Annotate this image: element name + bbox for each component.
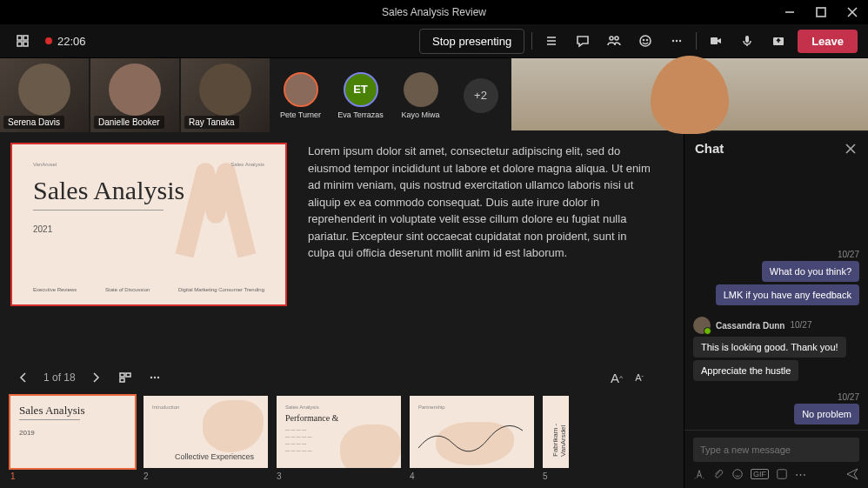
thumbnail-number: 1 bbox=[10, 471, 135, 481]
window-controls bbox=[774, 0, 868, 24]
thumbnail-number: 3 bbox=[277, 471, 401, 481]
svg-rect-4 bbox=[17, 36, 22, 40]
message-bubble: Appreciate the hustle bbox=[693, 360, 798, 381]
emoji-icon[interactable] bbox=[731, 468, 744, 480]
overflow-tile[interactable]: +2 bbox=[451, 58, 510, 132]
leave-button[interactable]: Leave bbox=[798, 30, 858, 53]
svg-rect-23 bbox=[126, 373, 130, 377]
window-title: Sales Analysis Review bbox=[382, 6, 486, 18]
more-compose-icon[interactable]: ⋯ bbox=[795, 468, 806, 481]
svg-point-26 bbox=[154, 377, 156, 378]
avatar-tile[interactable]: Pete Turner bbox=[271, 58, 330, 132]
thumbnail[interactable]: Fabrikam - VanArsdel bbox=[543, 396, 569, 468]
svg-point-15 bbox=[647, 40, 648, 41]
gif-icon[interactable]: GIF bbox=[751, 469, 769, 479]
format-icon[interactable] bbox=[693, 468, 705, 480]
prev-slide-button[interactable] bbox=[14, 368, 33, 387]
presentation-area: VanAruselSales Analysis Sales Analysis 2… bbox=[0, 132, 684, 488]
share-icon[interactable] bbox=[766, 29, 791, 53]
thumbnail-number: 4 bbox=[410, 471, 534, 481]
slide-thumbnails: Sales Analysis 2019 1 Introduction Colle… bbox=[0, 392, 684, 488]
page-indicator: 1 of 18 bbox=[43, 371, 76, 384]
video-tile[interactable]: Ray Tanaka bbox=[181, 58, 270, 132]
people-icon[interactable] bbox=[602, 29, 626, 53]
thumbnail[interactable]: Introduction Collective Experiences bbox=[144, 396, 268, 468]
message-bubble: LMK if you have any feedback bbox=[716, 284, 859, 305]
svg-rect-24 bbox=[120, 378, 124, 382]
stop-presenting-button[interactable]: Stop presenting bbox=[419, 29, 524, 54]
svg-rect-20 bbox=[745, 36, 749, 43]
message-input[interactable] bbox=[693, 438, 859, 462]
message-bubble: What do you think? bbox=[762, 261, 859, 282]
maximize-button[interactable] bbox=[805, 0, 837, 24]
microphone-icon[interactable] bbox=[735, 29, 759, 53]
chat-panel: Chat 10/27 What do you think? LMK if you… bbox=[684, 132, 868, 488]
thumbnail[interactable]: Sales Analysis Performance & — — — —— — … bbox=[277, 396, 401, 468]
thumbnail-title: Performance & bbox=[285, 413, 392, 423]
attach-icon[interactable] bbox=[712, 468, 724, 480]
avatar-tile[interactable]: Kayo Miwa bbox=[391, 58, 450, 132]
svg-point-30 bbox=[733, 470, 743, 479]
grid-view-icon[interactable] bbox=[116, 368, 135, 387]
message-sender: Cassandra Dunn bbox=[716, 321, 785, 331]
message-bubble: This is looking good. Thank you! bbox=[693, 337, 846, 358]
thumbnail[interactable]: Sales Analysis 2019 bbox=[10, 396, 135, 468]
svg-rect-31 bbox=[778, 470, 787, 479]
close-window-button[interactable] bbox=[837, 0, 868, 24]
message-time: 10/27 bbox=[693, 392, 859, 402]
font-decrease-icon[interactable]: Aˇ bbox=[630, 368, 649, 387]
presenter-notes: Lorem ipsum dolor sit amet, consectetur … bbox=[308, 143, 673, 352]
avatar-tile[interactable]: ETEva Terrazas bbox=[331, 58, 390, 132]
participant-name: Ray Tanaka bbox=[184, 116, 239, 129]
slide-footer: Executive ReviewsState of DiscussionDigi… bbox=[33, 287, 264, 292]
slide-controls: 1 of 18 A^ Aˇ bbox=[0, 363, 684, 392]
svg-point-18 bbox=[679, 40, 681, 42]
reactions-icon[interactable] bbox=[633, 29, 658, 53]
thumbnail-subtitle: Collective Experiences bbox=[152, 452, 268, 461]
svg-rect-6 bbox=[17, 42, 22, 46]
svg-point-14 bbox=[644, 40, 644, 41]
svg-point-12 bbox=[615, 37, 618, 40]
current-slide[interactable]: VanAruselSales Analysis Sales Analysis 2… bbox=[10, 143, 287, 306]
message-time: 10/27 bbox=[693, 250, 859, 259]
send-icon[interactable] bbox=[845, 467, 859, 481]
chat-compose: GIF ⋯ bbox=[684, 430, 868, 488]
participant-name: Eva Terrazas bbox=[337, 110, 383, 119]
thumbnail-subtitle: 2019 bbox=[19, 429, 126, 437]
thumbnail-title: Fabrikam - VanArsdel bbox=[551, 404, 567, 457]
svg-point-25 bbox=[150, 377, 152, 378]
minimize-button[interactable] bbox=[774, 0, 805, 24]
video-tile[interactable]: Serena Davis bbox=[0, 58, 89, 132]
sticker-icon[interactable] bbox=[776, 468, 788, 480]
close-chat-icon[interactable] bbox=[844, 142, 858, 156]
titlebar: Sales Analysis Review bbox=[0, 0, 868, 24]
font-increase-icon[interactable]: A^ bbox=[607, 368, 626, 387]
svg-point-27 bbox=[157, 377, 159, 378]
thumbnail-number: 2 bbox=[144, 471, 268, 481]
list-icon[interactable] bbox=[539, 29, 564, 53]
svg-point-17 bbox=[676, 40, 678, 42]
camera-icon[interactable] bbox=[704, 29, 728, 53]
svg-rect-1 bbox=[817, 8, 825, 17]
recording-timer: 22:06 bbox=[57, 35, 86, 48]
message-time: 10/27 bbox=[790, 320, 811, 330]
chat-title: Chat bbox=[695, 141, 724, 156]
participant-name: Danielle Booker bbox=[94, 116, 164, 129]
svg-rect-7 bbox=[23, 42, 28, 46]
more-icon[interactable] bbox=[664, 29, 689, 53]
meeting-toolbar: 22:06 Stop presenting Leave bbox=[0, 24, 868, 58]
slide-header-left: VanArusel bbox=[33, 162, 57, 167]
video-tile[interactable]: Danielle Booker bbox=[90, 58, 179, 132]
next-slide-button[interactable] bbox=[86, 368, 105, 387]
thumbnail[interactable]: Partnership bbox=[410, 396, 534, 468]
overflow-count: +2 bbox=[464, 78, 498, 113]
layout-grid-icon[interactable] bbox=[10, 29, 35, 53]
svg-rect-5 bbox=[23, 36, 28, 40]
chat-icon[interactable] bbox=[571, 29, 595, 53]
chat-messages[interactable]: 10/27 What do you think? LMK if you have… bbox=[684, 164, 868, 430]
svg-rect-19 bbox=[711, 37, 718, 44]
thumbnail-number: 5 bbox=[543, 471, 569, 481]
presenter-video[interactable] bbox=[511, 58, 868, 130]
more-slide-icon[interactable] bbox=[145, 368, 164, 387]
svg-point-11 bbox=[610, 37, 613, 40]
